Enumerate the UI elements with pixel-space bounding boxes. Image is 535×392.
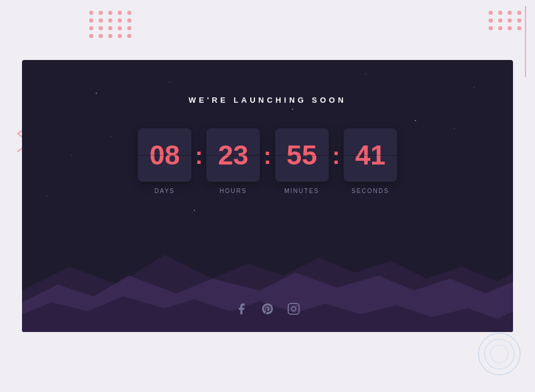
colon-3: :	[332, 143, 340, 169]
facebook-icon[interactable]	[235, 302, 248, 315]
days-label: DAYS	[155, 188, 175, 194]
seconds-value: 41	[355, 141, 385, 169]
decorative-dots-topright	[489, 11, 523, 30]
headline: WE'RE LAUNCHING SOON	[188, 96, 347, 105]
countdown-timer: 08 DAYS : 23 HOURS : 55 MINUTES :	[138, 128, 397, 194]
hours-label: HOURS	[219, 188, 247, 194]
countdown-seconds-box: 41	[344, 128, 397, 182]
minutes-label: MINUTES	[284, 188, 319, 194]
seconds-label: SECONDS	[351, 188, 389, 194]
svg-marker-3	[22, 255, 513, 332]
svg-rect-6	[22, 323, 513, 332]
social-icons-row	[22, 302, 513, 315]
countdown-minutes: 55 MINUTES	[275, 128, 329, 194]
countdown-hours: 23 HOURS	[206, 128, 260, 194]
colon-2: :	[263, 143, 271, 169]
countdown-hours-box: 23	[206, 128, 260, 182]
decorative-dots-topleft	[89, 11, 133, 38]
pinterest-icon[interactable]	[261, 302, 274, 315]
svg-point-1	[484, 339, 514, 369]
card-content: WE'RE LAUNCHING SOON 08 DAYS : 23 HOURS …	[138, 60, 397, 194]
colon-1: :	[195, 143, 203, 169]
countdown-days-box: 08	[138, 128, 191, 182]
countdown-seconds: 41 SECONDS	[344, 128, 397, 194]
mountain-decoration	[22, 237, 513, 332]
days-value: 08	[149, 141, 180, 169]
hours-value: 23	[218, 141, 248, 169]
main-card: WE'RE LAUNCHING SOON 08 DAYS : 23 HOURS …	[22, 60, 513, 332]
decorative-circles-bottomright	[476, 330, 523, 380]
countdown-minutes-box: 55	[275, 128, 329, 182]
minutes-value: 55	[287, 141, 317, 169]
svg-rect-7	[288, 304, 299, 314]
svg-point-2	[490, 345, 508, 363]
countdown-days: 08 DAYS	[138, 128, 191, 194]
instagram-icon[interactable]	[287, 302, 300, 315]
decorative-line-right	[525, 6, 526, 77]
